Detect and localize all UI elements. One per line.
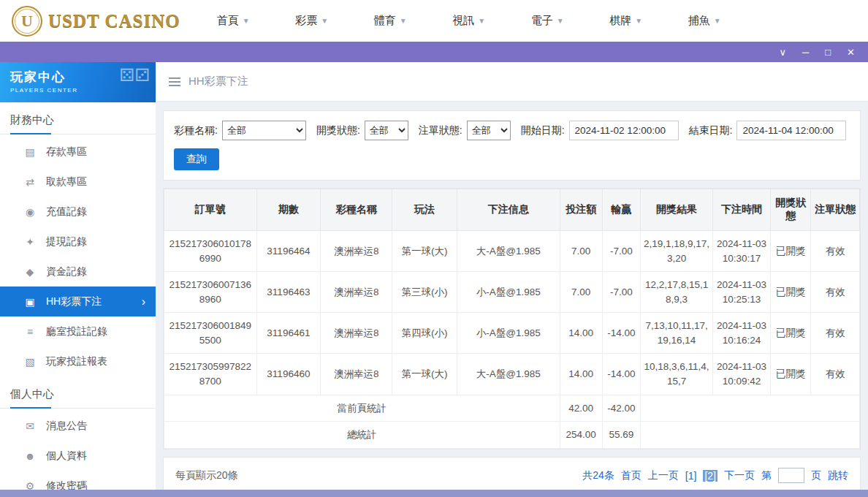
menu-toggle-icon[interactable] (169, 77, 180, 86)
cell-winloss: -14.00 (602, 354, 640, 395)
chevron-down-icon: ▼ (478, 17, 485, 25)
chevron-right-icon: › (142, 295, 145, 308)
cell-order-status: 有效 (811, 354, 860, 395)
user-icon: ☻ (23, 450, 37, 462)
cell-result: 7,13,10,11,17,19,16,14 (641, 313, 713, 354)
jump-page-input[interactable] (778, 468, 804, 483)
sidebar-item-label: 充值記錄 (46, 205, 87, 219)
betting-icon: ▣ (23, 296, 37, 308)
nav-item-sports[interactable]: 體育▼ (374, 14, 407, 28)
total-summary-row: 總統計 254.00 55.69 (164, 422, 860, 449)
sidebar-item-label: 資金記錄 (46, 265, 87, 278)
cell-time: 2024-11-03 10:30:17 (713, 231, 771, 272)
column-header-amount: 投注額 (560, 189, 602, 231)
coin-icon: ◉ (23, 206, 37, 218)
chevron-down-icon: ▼ (557, 17, 564, 25)
order-status-select[interactable]: 全部 (467, 121, 511, 140)
chevron-down-icon: ▼ (243, 17, 250, 25)
cell-result: 10,18,3,6,11,4,15,7 (641, 354, 713, 395)
cell-period: 31196460 (256, 354, 321, 395)
sidebar: 玩家中心 PLAYERS CENTER ⚄⚂ 財務中心 ▤ 存款專區 ⇄ 取款專… (0, 62, 156, 490)
cell-winloss: -14.00 (602, 313, 640, 354)
page-1-link[interactable]: [1] (685, 470, 697, 482)
sidebar-item-announcements[interactable]: ✉ 消息公告 (0, 411, 156, 441)
table-row: 2152173059978228700 31196460 澳洲幸运8 第一球(大… (164, 354, 860, 395)
nav-item-electronic[interactable]: 電子▼ (531, 14, 564, 28)
nav-label: 彩票 (295, 14, 317, 28)
cell-lottery: 澳洲幸运8 (321, 313, 392, 354)
filter-panel: 彩種名稱: 全部 開獎狀態: 全部 注單狀態: 全部 開始日期: 結束日期: (163, 110, 861, 181)
end-date-input[interactable] (736, 121, 846, 140)
cell-period: 31196464 (256, 231, 321, 272)
draw-status-label: 開獎狀態: (316, 124, 360, 137)
cell-lottery: 澳洲幸运8 (321, 354, 392, 395)
page-size-text: 每頁顯示20條 (175, 469, 238, 482)
sidebar-item-label: 個人資料 (46, 449, 87, 463)
first-page-link[interactable]: 首页 (621, 469, 642, 482)
cell-amount: 7.00 (560, 231, 602, 272)
cell-bet-info: 小-A盤@1.985 (457, 272, 560, 313)
minimize-icon[interactable]: ─ (802, 48, 809, 57)
table-row: 2152173060018495500 31196461 澳洲幸运8 第四球(小… (164, 313, 860, 354)
sidebar-item-player-bet-report[interactable]: ▧ 玩家投註報表 (0, 346, 156, 376)
sidebar-item-profile[interactable]: ☻ 個人資料 (0, 441, 156, 471)
cell-bet-info: 大-A盤@1.985 (457, 354, 560, 395)
nav-item-video[interactable]: 視訊▼ (452, 14, 485, 28)
nav-item-chess[interactable]: 棋牌▼ (609, 14, 642, 28)
window-bottom-strip (0, 490, 868, 497)
window-title-bar: ∨ ─ □ ✕ (0, 42, 868, 62)
page-summary-label: 當前頁統計 (164, 395, 560, 422)
chevron-down-icon: ▼ (635, 17, 642, 25)
start-date-input[interactable] (569, 121, 679, 140)
sidebar-item-label: 存款專區 (46, 145, 87, 159)
end-date-label: 結束日期: (689, 124, 733, 137)
nav-label: 捕魚 (688, 14, 710, 28)
jump-suffix-label: 页 (811, 469, 821, 482)
jump-prefix-label: 第 (761, 469, 772, 482)
sidebar-item-hh-lottery-bets[interactable]: ▣ HH彩票下注 › (0, 287, 156, 316)
jump-button[interactable]: 跳转 (828, 469, 848, 482)
collapse-icon[interactable]: ∨ (780, 48, 787, 57)
lottery-name-select[interactable]: 全部 (222, 121, 306, 140)
sidebar-item-funds-record[interactable]: ◆ 資金記錄 (0, 257, 156, 287)
page-summary-empty (641, 395, 860, 422)
next-page-link[interactable]: 下一页 (724, 469, 755, 482)
cell-lottery: 澳洲幸运8 (321, 272, 392, 313)
bets-table: 訂單號 期數 彩種名稱 玩法 下注信息 投注額 輸贏 開獎結果 下注時間 開獎狀… (164, 189, 860, 449)
cell-play: 第三球(小) (392, 272, 457, 313)
breadcrumb: HH彩票下注 (156, 62, 868, 102)
nav-item-lottery[interactable]: 彩票▼ (295, 14, 328, 28)
close-icon[interactable]: ✕ (847, 48, 855, 57)
column-header-bet-info: 下注信息 (457, 189, 560, 231)
main-content: HH彩票下注 彩種名稱: 全部 開獎狀態: 全部 注單狀態: 全部 (156, 62, 868, 490)
maximize-icon[interactable]: □ (825, 48, 831, 57)
sidebar-item-room-bet-records[interactable]: ≡ 廳室投註記錄 (0, 316, 156, 346)
dice-icon: ⚄⚂ (119, 65, 150, 86)
sidebar-item-change-password[interactable]: ⚙ 修改密碼 (0, 471, 156, 490)
sidebar-item-label: 取款專區 (46, 175, 87, 189)
page-title: HH彩票下注 (189, 75, 248, 88)
total-summary-empty (641, 422, 860, 449)
query-button[interactable]: 查詢 (174, 148, 219, 170)
column-header-winloss: 輸贏 (602, 189, 640, 231)
bets-table-card: 訂單號 期數 彩種名稱 玩法 下注信息 投注額 輸贏 開獎結果 下注時間 開獎狀… (163, 188, 861, 449)
cell-result: 2,19,1,18,9,17,3,20 (641, 231, 713, 272)
cell-order-no: 2152173060101786990 (164, 231, 257, 272)
cell-winloss: -7.00 (602, 231, 640, 272)
table-row: 2152173060101786990 31196464 澳洲幸运8 第一球(大… (164, 231, 860, 272)
bell-icon: ✉ (23, 420, 37, 432)
cell-amount: 14.00 (560, 313, 602, 354)
sidebar-item-withdraw-record[interactable]: ✦ 提現記錄 (0, 227, 156, 257)
prev-page-link[interactable]: 上一页 (648, 469, 679, 482)
nav-item-home[interactable]: 首頁▼ (217, 14, 250, 28)
report-icon: ▧ (23, 356, 37, 368)
cell-draw-status: 已開獎 (771, 231, 811, 272)
sidebar-item-deposit[interactable]: ▤ 存款專區 (0, 137, 156, 167)
draw-status-select[interactable]: 全部 (365, 121, 408, 140)
sidebar-item-withdraw[interactable]: ⇄ 取款專區 (0, 167, 156, 197)
chevron-down-icon: ▼ (400, 17, 407, 25)
nav-item-fishing[interactable]: 捕魚▼ (688, 14, 721, 28)
column-header-period: 期數 (256, 189, 321, 231)
page-2-link[interactable]: [2] (703, 470, 717, 482)
sidebar-item-recharge-record[interactable]: ◉ 充值記錄 (0, 197, 156, 227)
